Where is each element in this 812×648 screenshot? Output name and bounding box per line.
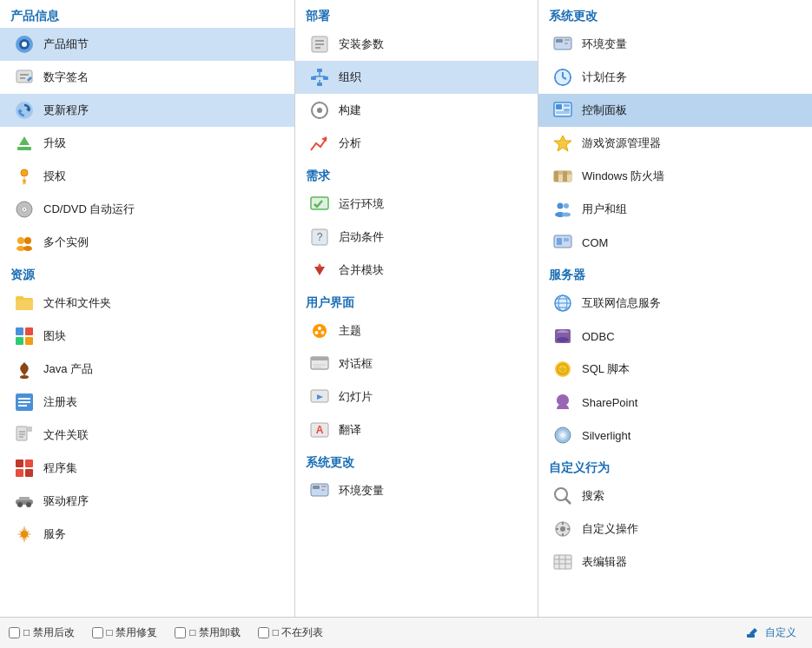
svg-rect-78 [321,486,327,487]
env-var-icon [551,32,575,56]
custom-link-label: 自定义 [765,625,796,640]
users-groups-label: 用户和组 [582,202,627,217]
menu-item-windows-fw[interactable]: Windows 防火墙 [538,160,812,193]
menu-item-sql-script[interactable]: SQL 脚本 [538,353,812,386]
svg-point-115 [557,337,569,342]
menu-item-dialog[interactable]: 对话框 [295,347,538,380]
menu-item-services[interactable]: 服务 [0,518,294,551]
install-params-label: 安装参数 [339,36,384,52]
menu-item-digital-sign[interactable]: 数字签名 [0,61,294,94]
menu-item-analysis[interactable]: 分析 [295,127,538,160]
check-label-3: □ 禁用卸载 [189,625,241,640]
odbc-label: ODBC [582,330,615,343]
check-item-1[interactable]: □ 禁用后改 [9,625,75,640]
slideshow-icon [307,385,332,409]
env-var-label: 环境变量 [582,36,627,52]
menu-item-registry[interactable]: 注册表 [0,386,294,419]
auth-icon [12,164,36,188]
check-item-3[interactable]: □ 禁用卸载 [175,625,241,640]
menu-item-silverlight[interactable]: Silverlight [538,419,812,452]
menu-item-run-env[interactable]: 运行环境 [295,188,538,221]
menu-item-multi-instance[interactable]: 多个实例 [0,226,294,259]
checkbox-disable-uninstall[interactable] [175,627,186,638]
menu-item-upgrade[interactable]: 升级 [0,127,294,160]
menu-item-odbc[interactable]: ODBC [538,320,812,353]
menu-item-files-folders[interactable]: 文件和文件夹 [0,287,294,320]
menu-item-drivers[interactable]: 驱动程序 [0,485,294,518]
menu-item-env-var2[interactable]: 环境变量 [295,474,538,507]
table-editor-label: 表编辑器 [582,554,627,570]
com-label: COM [582,236,608,249]
menu-item-merge-module[interactable]: 合并模块 [295,254,538,287]
menu-item-icons[interactable]: 图块 [0,320,294,353]
slideshow-label: 幻灯片 [339,389,373,405]
section-header-deploy: 部署 [295,0,538,28]
files-folders-label: 文件和文件夹 [43,295,111,311]
menu-item-env-var[interactable]: 环境变量 [538,28,812,61]
menu-item-cd-dvd[interactable]: CD/DVD 自动运行 [0,193,294,226]
menu-item-file-assoc[interactable]: 文件关联 [0,419,294,452]
menu-item-org[interactable]: 组织 [295,61,538,94]
svg-point-67 [315,331,319,334]
registry-label: 注册表 [43,394,77,410]
search-label: 搜索 [582,488,604,504]
checkbox-not-in-list[interactable] [258,627,269,638]
svg-point-25 [20,375,29,379]
section-header-product: 产品信息 [0,0,294,28]
svg-marker-10 [19,136,30,145]
svg-point-19 [23,246,32,251]
translate-label: 翻译 [339,422,361,438]
menu-item-users-groups[interactable]: 用户和组 [538,193,812,226]
svg-rect-36 [16,460,23,467]
menu-item-sharepoint[interactable]: SharePoint [538,386,812,419]
translate-icon: A [307,418,332,442]
menu-item-custom-action[interactable]: 自定义操作 [538,512,812,546]
svg-rect-21 [16,327,23,335]
section-header-server: 服务器 [538,259,812,287]
checkbox-disable-modify[interactable] [9,627,20,638]
menu-item-scheduled-task[interactable]: 计划任务 [538,61,812,94]
check-label-1: □ 禁用后改 [23,625,75,640]
column-product-info: 产品信息 产品细节 数字签名 更新程序 升级 [0,0,295,617]
menu-item-translate[interactable]: A 翻译 [295,413,538,446]
env-var2-label: 环境变量 [339,483,384,499]
menu-item-update-program[interactable]: 更新程序 [0,94,294,127]
menu-item-control-panel[interactable]: 控制面板 [538,94,812,127]
menu-item-com[interactable]: COM [538,226,812,259]
dialog-icon [307,352,332,376]
svg-rect-20 [16,300,33,310]
menu-item-slideshow[interactable]: 幻灯片 [295,380,538,413]
java-product-icon [12,357,36,381]
windows-fw-icon [551,164,575,188]
menu-item-iis[interactable]: 互联网信息服务 [538,287,812,320]
menu-item-install-params[interactable]: 安装参数 [295,28,538,61]
multi-instance-icon [12,230,36,255]
drivers-icon [12,489,36,513]
menu-item-assemblies[interactable]: 程序集 [0,452,294,485]
menu-item-game-res-mgr[interactable]: 游戏资源管理器 [538,127,812,160]
menu-item-product-detail[interactable]: 产品细节 [0,28,294,61]
menu-item-build[interactable]: 构建 [295,94,538,127]
svg-rect-90 [564,104,570,107]
menu-item-search[interactable]: 搜索 [538,479,812,512]
menu-item-table-editor[interactable]: 表编辑器 [538,546,812,579]
check-item-4[interactable]: □ 不在列表 [258,625,324,640]
auth-label: 授权 [43,169,66,184]
svg-rect-129 [554,555,571,569]
menu-item-auth[interactable]: 授权 [0,160,294,193]
edit-icon [746,627,758,639]
svg-rect-134 [747,634,755,638]
custom-link[interactable]: 自定义 [746,625,796,640]
svg-rect-32 [27,426,32,432]
game-res-mgr-icon [551,131,575,155]
menu-item-startup-cond[interactable]: ? 启动条件 [295,221,538,254]
menu-item-theme[interactable]: 主题 [295,314,538,347]
checkbox-disable-repair[interactable] [92,627,103,638]
files-folders-icon [12,291,36,315]
check-label-4: □ 不在列表 [273,625,324,640]
menu-item-java-product[interactable]: Java 产品 [0,353,294,386]
column-deploy: 部署 安装参数 组织 构建 分析 [295,0,538,617]
update-program-icon [12,98,36,122]
svg-point-103 [562,213,571,217]
check-item-2[interactable]: □ 禁用修复 [92,625,158,640]
